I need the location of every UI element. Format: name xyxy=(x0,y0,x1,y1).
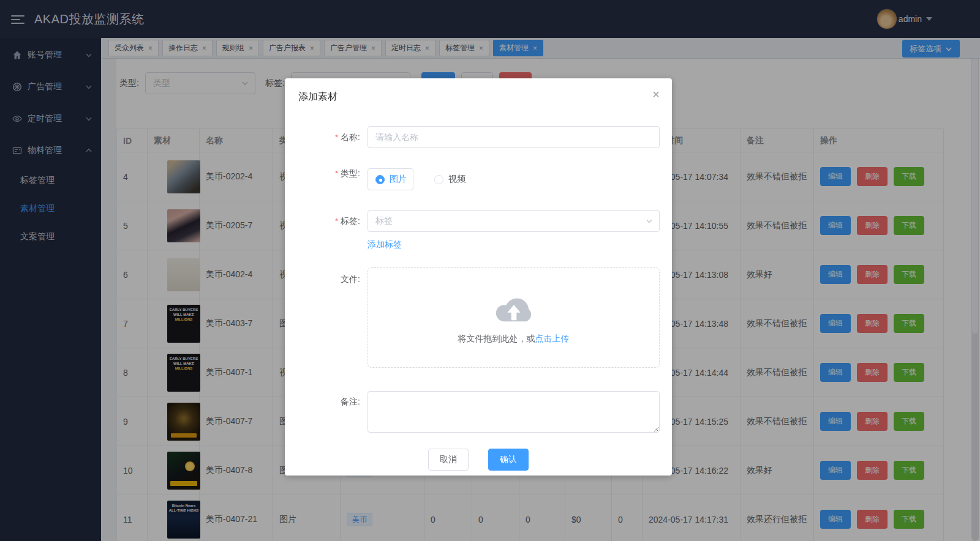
name-label: 名称: xyxy=(341,132,360,142)
tag-select[interactable]: 标签 xyxy=(368,210,660,232)
confirm-button[interactable]: 确认 xyxy=(488,449,529,471)
file-label: 文件: xyxy=(341,274,360,284)
upload-dropzone[interactable]: 将文件拖到此处，或点击上传 xyxy=(368,267,660,368)
upload-link[interactable]: 点击上传 xyxy=(535,334,570,343)
form-row-note: 备注: xyxy=(285,391,672,435)
dialog-title: 添加素材 xyxy=(298,91,337,102)
chevron-down-icon xyxy=(646,217,653,225)
dialog-body: *名称: *类型: 图片 视频 * xyxy=(285,103,672,471)
radio-selected-icon xyxy=(375,175,385,184)
form-row-type: *类型: 图片 视频 xyxy=(285,167,672,190)
note-textarea[interactable] xyxy=(368,391,660,433)
form-row-file: 文件: 将文件拖到此处，或点击上传 xyxy=(285,267,672,368)
add-material-dialog: 添加素材 × *名称: *类型: 图片 视频 xyxy=(285,78,672,476)
required-mark: * xyxy=(335,169,338,178)
add-tag-link[interactable]: 添加标签 xyxy=(368,239,402,250)
radio-image[interactable]: 图片 xyxy=(368,168,413,190)
required-mark: * xyxy=(335,217,338,226)
cancel-button[interactable]: 取消 xyxy=(428,449,469,471)
radio-video[interactable]: 视频 xyxy=(434,174,466,185)
tag-label: 标签: xyxy=(341,216,360,226)
type-radio-group: 图片 视频 xyxy=(368,167,660,190)
note-label: 备注: xyxy=(341,397,360,406)
upload-hint: 将文件拖到此处，或 xyxy=(458,334,535,343)
form-row-tag: *标签: 标签 添加标签 xyxy=(285,210,672,250)
dialog-header: 添加素材 × xyxy=(285,78,672,103)
form-row-name: *名称: xyxy=(285,126,672,149)
required-mark: * xyxy=(335,133,338,142)
cloud-upload-icon xyxy=(492,291,536,325)
name-input[interactable] xyxy=(368,126,660,148)
close-icon[interactable]: × xyxy=(652,88,660,100)
type-label: 类型: xyxy=(341,168,360,178)
radio-unselected-icon xyxy=(434,175,443,184)
dialog-footer: 取消 确认 xyxy=(285,449,672,471)
